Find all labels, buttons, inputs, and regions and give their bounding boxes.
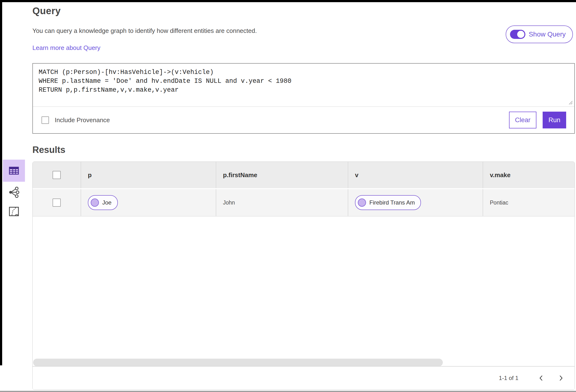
column-header-v-make[interactable]: v.make (483, 162, 575, 188)
row-checkbox-cell (33, 189, 81, 216)
entity-pill-person[interactable]: Joe (88, 195, 118, 210)
clear-button[interactable]: Clear (509, 112, 536, 128)
column-header-p[interactable]: p (81, 162, 216, 188)
select-all-checkbox[interactable] (53, 171, 61, 179)
chevron-right-icon (558, 374, 564, 382)
toggle-switch-icon[interactable] (510, 30, 525, 39)
map-icon (8, 206, 20, 217)
learn-more-link[interactable]: Learn more about Query (32, 44, 100, 52)
entity-pill-label: Firebird Trans Am (369, 199, 415, 206)
next-page-button[interactable] (557, 374, 565, 382)
toggle-knob (517, 31, 524, 38)
table-icon (8, 165, 20, 177)
link-chart-icon (8, 186, 20, 199)
column-header-p-firstname[interactable]: p.firstName (216, 162, 348, 188)
query-panel: MATCH (p:Person)-[hv:HasVehicle]->(v:Veh… (32, 63, 575, 134)
results-table: p p.firstName v v.make Joe John Firebird… (32, 162, 575, 390)
entity-pill-label: Joe (102, 199, 112, 206)
window-top-border (0, 0, 576, 2)
run-button[interactable]: Run (543, 112, 566, 128)
map-view-button[interactable] (3, 203, 25, 220)
horizontal-scrollbar-thumb[interactable] (33, 359, 443, 366)
table-header-row: p p.firstName v v.make (33, 162, 575, 189)
resize-grip-icon[interactable] (569, 101, 573, 105)
entity-node-icon (358, 199, 366, 207)
window-left-border (0, 0, 2, 365)
include-provenance-label: Include Provenance (55, 117, 110, 124)
link-chart-view-button[interactable] (3, 184, 25, 201)
results-view-rail (3, 160, 25, 220)
entity-node-icon (91, 199, 99, 207)
show-query-toggle[interactable]: Show Query (506, 26, 573, 43)
table-view-button[interactable] (3, 160, 25, 182)
show-query-label: Show Query (529, 30, 566, 38)
include-provenance-checkbox[interactable] (42, 117, 49, 124)
query-panel-footer: Include Provenance Clear Run (33, 107, 574, 133)
row-checkbox[interactable] (53, 199, 61, 207)
column-header-v[interactable]: v (348, 162, 483, 188)
window-bottom-border (0, 391, 576, 392)
cell-v: Firebird Trans Am (348, 189, 483, 216)
chevron-left-icon (538, 374, 544, 382)
results-heading: Results (32, 145, 575, 155)
page-description: You can query a knowledge graph to ident… (32, 27, 575, 34)
header-checkbox-cell (33, 162, 81, 188)
entity-pill-vehicle[interactable]: Firebird Trans Am (355, 195, 421, 210)
page-title: Query (32, 5, 575, 17)
table-row: Joe John Firebird Trans Am Pontiac (33, 189, 575, 216)
main-content: Query You can query a knowledge graph to… (32, 2, 575, 390)
cell-v-make: Pontiac (483, 189, 575, 216)
table-footer: 1-1 of 1 (33, 366, 575, 390)
page-range-label: 1-1 of 1 (499, 375, 518, 381)
prev-page-button[interactable] (537, 374, 545, 382)
cell-p: Joe (81, 189, 216, 216)
cell-p-firstname: John (216, 189, 348, 216)
query-textarea[interactable]: MATCH (p:Person)-[hv:HasVehicle]->(v:Veh… (33, 64, 574, 106)
query-editor-area: MATCH (p:Person)-[hv:HasVehicle]->(v:Veh… (33, 64, 574, 107)
